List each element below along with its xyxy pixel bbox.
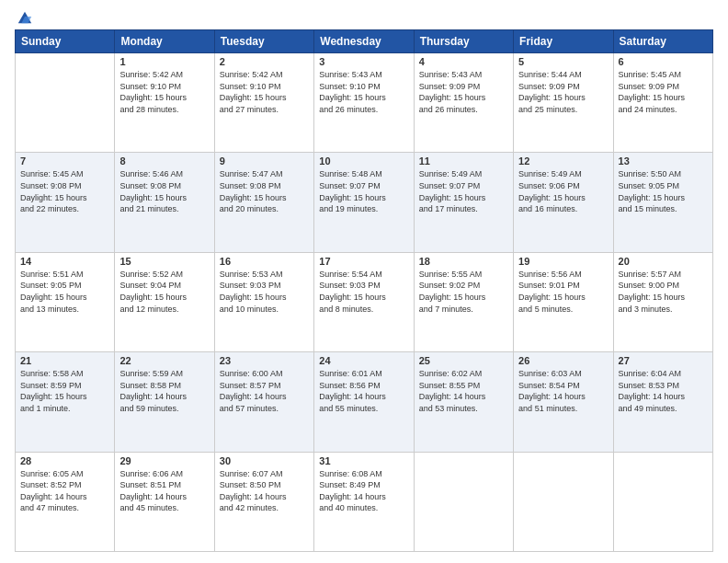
day-info: Sunrise: 5:48 AM Sunset: 9:07 PM Dayligh… <box>319 168 408 214</box>
day-number: 23 <box>220 355 309 366</box>
logo-icon <box>17 9 33 26</box>
day-info: Sunrise: 5:46 AM Sunset: 9:08 PM Dayligh… <box>119 168 209 214</box>
day-number: 13 <box>619 155 708 167</box>
calendar-day-cell: 27Sunrise: 6:04 AM Sunset: 8:53 PM Dayli… <box>613 352 712 452</box>
day-number: 28 <box>20 455 109 466</box>
calendar-day-cell: 3Sunrise: 5:43 AM Sunset: 9:10 PM Daylig… <box>314 53 414 153</box>
calendar-day-cell: 25Sunrise: 6:02 AM Sunset: 8:55 PM Dayli… <box>414 352 513 452</box>
calendar-day-cell: 26Sunrise: 6:03 AM Sunset: 8:54 PM Dayli… <box>514 352 613 452</box>
weekday-header-cell: Tuesday <box>214 30 313 53</box>
day-number: 10 <box>319 155 408 167</box>
day-number: 14 <box>20 256 109 267</box>
day-info: Sunrise: 5:59 AM Sunset: 8:58 PM Dayligh… <box>119 368 209 414</box>
day-number: 15 <box>119 256 209 267</box>
day-number: 7 <box>20 155 109 167</box>
weekday-header-cell: Saturday <box>613 30 712 53</box>
calendar-day-cell: 24Sunrise: 6:01 AM Sunset: 8:56 PM Dayli… <box>314 352 414 452</box>
calendar-day-cell: 13Sunrise: 5:50 AM Sunset: 9:05 PM Dayli… <box>613 153 712 252</box>
day-number: 4 <box>419 56 508 67</box>
day-number: 3 <box>319 56 408 67</box>
calendar-day-cell: 28Sunrise: 6:05 AM Sunset: 8:52 PM Dayli… <box>16 452 115 551</box>
day-number: 18 <box>419 256 508 267</box>
calendar-day-cell: 7Sunrise: 5:45 AM Sunset: 9:08 PM Daylig… <box>16 153 115 252</box>
calendar-day-cell: 23Sunrise: 6:00 AM Sunset: 8:57 PM Dayli… <box>214 352 313 452</box>
day-info: Sunrise: 5:49 AM Sunset: 9:06 PM Dayligh… <box>518 168 608 214</box>
day-number: 11 <box>419 155 508 167</box>
day-info: Sunrise: 6:03 AM Sunset: 8:54 PM Dayligh… <box>518 368 608 414</box>
day-info: Sunrise: 6:05 AM Sunset: 8:52 PM Dayligh… <box>20 468 109 514</box>
day-info: Sunrise: 5:52 AM Sunset: 9:04 PM Dayligh… <box>119 269 209 315</box>
calendar-day-cell: 2Sunrise: 5:42 AM Sunset: 9:10 PM Daylig… <box>214 53 313 153</box>
calendar-day-cell: 31Sunrise: 6:08 AM Sunset: 8:49 PM Dayli… <box>314 452 414 551</box>
calendar-day-cell: 18Sunrise: 5:55 AM Sunset: 9:02 PM Dayli… <box>414 252 513 351</box>
day-info: Sunrise: 6:08 AM Sunset: 8:49 PM Dayligh… <box>319 468 408 514</box>
calendar-day-cell: 15Sunrise: 5:52 AM Sunset: 9:04 PM Dayli… <box>115 252 214 351</box>
day-number: 2 <box>220 56 309 67</box>
day-number: 27 <box>619 355 708 366</box>
day-info: Sunrise: 6:07 AM Sunset: 8:50 PM Dayligh… <box>220 468 309 514</box>
calendar-day-cell <box>16 53 115 153</box>
weekday-header-row: SundayMondayTuesdayWednesdayThursdayFrid… <box>16 30 713 53</box>
day-number: 1 <box>119 56 209 67</box>
calendar-day-cell: 19Sunrise: 5:56 AM Sunset: 9:01 PM Dayli… <box>514 252 613 351</box>
calendar-day-cell: 20Sunrise: 5:57 AM Sunset: 9:00 PM Dayli… <box>613 252 712 351</box>
calendar-day-cell: 10Sunrise: 5:48 AM Sunset: 9:07 PM Dayli… <box>314 153 414 252</box>
day-info: Sunrise: 5:56 AM Sunset: 9:01 PM Dayligh… <box>518 269 608 315</box>
day-number: 16 <box>220 256 309 267</box>
day-info: Sunrise: 5:45 AM Sunset: 9:08 PM Dayligh… <box>20 168 109 214</box>
calendar-day-cell: 4Sunrise: 5:43 AM Sunset: 9:09 PM Daylig… <box>414 53 513 153</box>
calendar-day-cell <box>613 452 712 551</box>
calendar-day-cell: 1Sunrise: 5:42 AM Sunset: 9:10 PM Daylig… <box>115 53 214 153</box>
calendar-week-row: 21Sunrise: 5:58 AM Sunset: 8:59 PM Dayli… <box>16 352 713 452</box>
calendar-day-cell: 8Sunrise: 5:46 AM Sunset: 9:08 PM Daylig… <box>115 153 214 252</box>
day-number: 22 <box>119 355 209 366</box>
weekday-header-cell: Monday <box>115 30 214 53</box>
day-info: Sunrise: 5:44 AM Sunset: 9:09 PM Dayligh… <box>518 69 608 115</box>
day-info: Sunrise: 6:02 AM Sunset: 8:55 PM Dayligh… <box>419 368 508 414</box>
weekday-header-cell: Friday <box>514 30 613 53</box>
day-info: Sunrise: 5:42 AM Sunset: 9:10 PM Dayligh… <box>220 69 309 115</box>
weekday-header-cell: Sunday <box>16 30 115 53</box>
page: SundayMondayTuesdayWednesdayThursdayFrid… <box>0 0 728 563</box>
day-number: 12 <box>518 155 608 167</box>
day-number: 26 <box>518 355 608 366</box>
day-number: 21 <box>20 355 109 366</box>
weekday-header-cell: Thursday <box>414 30 513 53</box>
day-number: 30 <box>220 455 309 466</box>
day-info: Sunrise: 6:04 AM Sunset: 8:53 PM Dayligh… <box>619 368 708 414</box>
day-info: Sunrise: 5:53 AM Sunset: 9:03 PM Dayligh… <box>220 269 309 315</box>
day-info: Sunrise: 5:49 AM Sunset: 9:07 PM Dayligh… <box>419 168 508 214</box>
calendar-day-cell: 11Sunrise: 5:49 AM Sunset: 9:07 PM Dayli… <box>414 153 513 252</box>
day-number: 17 <box>319 256 408 267</box>
header <box>15 11 713 22</box>
day-info: Sunrise: 5:50 AM Sunset: 9:05 PM Dayligh… <box>619 168 708 214</box>
day-info: Sunrise: 6:00 AM Sunset: 8:57 PM Dayligh… <box>220 368 309 414</box>
day-info: Sunrise: 5:54 AM Sunset: 9:03 PM Dayligh… <box>319 269 408 315</box>
day-info: Sunrise: 5:45 AM Sunset: 9:09 PM Dayligh… <box>619 69 708 115</box>
calendar-day-cell: 30Sunrise: 6:07 AM Sunset: 8:50 PM Dayli… <box>214 452 313 551</box>
calendar-table: SundayMondayTuesdayWednesdayThursdayFrid… <box>15 29 713 552</box>
calendar-day-cell <box>414 452 513 551</box>
calendar-day-cell: 17Sunrise: 5:54 AM Sunset: 9:03 PM Dayli… <box>314 252 414 351</box>
day-info: Sunrise: 5:42 AM Sunset: 9:10 PM Dayligh… <box>119 69 209 115</box>
day-number: 8 <box>119 155 209 167</box>
day-number: 20 <box>619 256 708 267</box>
day-number: 25 <box>419 355 508 366</box>
day-info: Sunrise: 5:43 AM Sunset: 9:10 PM Dayligh… <box>319 69 408 115</box>
day-number: 9 <box>220 155 309 167</box>
calendar-week-row: 28Sunrise: 6:05 AM Sunset: 8:52 PM Dayli… <box>16 452 713 551</box>
day-info: Sunrise: 6:01 AM Sunset: 8:56 PM Dayligh… <box>319 368 408 414</box>
day-info: Sunrise: 5:51 AM Sunset: 9:05 PM Dayligh… <box>20 269 109 315</box>
calendar-day-cell: 5Sunrise: 5:44 AM Sunset: 9:09 PM Daylig… <box>514 53 613 153</box>
day-info: Sunrise: 5:47 AM Sunset: 9:08 PM Dayligh… <box>220 168 309 214</box>
logo <box>15 11 33 22</box>
day-info: Sunrise: 6:06 AM Sunset: 8:51 PM Dayligh… <box>119 468 209 514</box>
calendar-day-cell: 12Sunrise: 5:49 AM Sunset: 9:06 PM Dayli… <box>514 153 613 252</box>
calendar-day-cell: 16Sunrise: 5:53 AM Sunset: 9:03 PM Dayli… <box>214 252 313 351</box>
calendar-day-cell: 14Sunrise: 5:51 AM Sunset: 9:05 PM Dayli… <box>16 252 115 351</box>
calendar-week-row: 7Sunrise: 5:45 AM Sunset: 9:08 PM Daylig… <box>16 153 713 252</box>
weekday-header-cell: Wednesday <box>314 30 414 53</box>
day-number: 5 <box>518 56 608 67</box>
calendar-day-cell: 6Sunrise: 5:45 AM Sunset: 9:09 PM Daylig… <box>613 53 712 153</box>
day-number: 6 <box>619 56 708 67</box>
